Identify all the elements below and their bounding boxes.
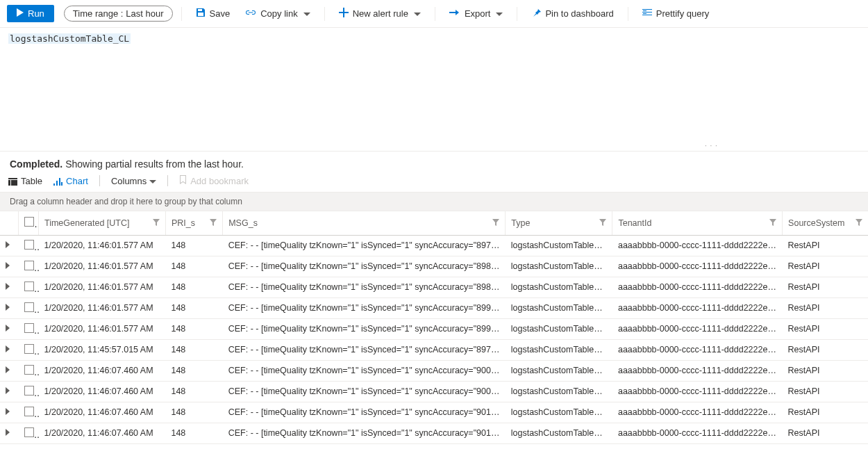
header-src-label: SourceSystem (788, 218, 844, 228)
tab-table-label: Table (21, 176, 42, 186)
tab-chart[interactable]: Chart (53, 176, 88, 186)
chevron-right-icon (6, 303, 10, 313)
status-completed: Completed. (10, 158, 62, 170)
chevron-right-icon (6, 407, 10, 417)
expand-cell[interactable] (0, 256, 19, 277)
timerange-button[interactable]: Time range : Last hour (64, 6, 173, 22)
row-checkbox[interactable] (24, 365, 34, 375)
header-expand (0, 211, 19, 235)
cell-tenant: aaaabbbb-0000-cccc-1111-dddd2222eeee (612, 423, 783, 443)
export-button[interactable]: Export (444, 5, 509, 22)
tab-table[interactable]: Table (8, 176, 42, 186)
checkbox-cell (19, 339, 39, 360)
table-row[interactable]: 1/20/2020, 11:46:01.577 AM148CEF: - - [t… (0, 318, 868, 339)
query-editor[interactable]: logstashCustomTable_CL · · · (0, 28, 868, 152)
header-time-label: TimeGenerated [UTC] (44, 218, 130, 228)
divider (181, 7, 182, 21)
expand-cell[interactable] (0, 339, 19, 360)
chevron-right-icon (6, 282, 10, 292)
row-checkbox[interactable] (24, 302, 34, 312)
table-row[interactable]: 1/20/2020, 11:46:07.460 AM148CEF: - - [t… (0, 381, 868, 402)
chevron-down-icon (149, 176, 156, 186)
filter-icon[interactable] (599, 218, 606, 228)
row-checkbox[interactable] (24, 240, 34, 250)
header-tenant[interactable]: TenantId (612, 211, 783, 235)
table-row[interactable]: 1/20/2020, 11:46:07.460 AM148CEF: - - [t… (0, 402, 868, 423)
chevron-right-icon (6, 240, 10, 250)
save-icon (196, 8, 206, 19)
cell-src: RestAPI (783, 360, 868, 381)
table-row[interactable]: 1/20/2020, 11:46:01.577 AM148CEF: - - [t… (0, 297, 868, 318)
columns-dropdown[interactable]: Columns (111, 176, 156, 186)
expand-cell[interactable] (0, 402, 19, 423)
filter-icon[interactable] (153, 218, 160, 228)
timerange-value: Last hour (126, 8, 163, 19)
row-checkbox[interactable] (24, 344, 34, 354)
table-row[interactable]: 1/20/2020, 11:46:01.577 AM148CEF: - - [t… (0, 256, 868, 277)
groupby-dropzone[interactable]: Drag a column header and drop it here to… (0, 193, 868, 211)
run-button[interactable]: Run (7, 5, 54, 22)
select-all-checkbox[interactable] (24, 217, 34, 227)
cell-src: RestAPI (783, 318, 868, 339)
add-bookmark-label: Add bookmark (190, 176, 249, 186)
expand-cell[interactable] (0, 297, 19, 318)
cell-time: 1/20/2020, 11:46:07.460 AM (39, 360, 166, 381)
chevron-right-icon (6, 428, 10, 438)
table-row[interactable]: 1/20/2020, 11:46:07.460 AM148CEF: - - [t… (0, 423, 868, 443)
filter-icon[interactable] (210, 218, 217, 228)
play-icon (17, 8, 24, 19)
divider (435, 7, 435, 21)
export-label: Export (465, 8, 491, 19)
expand-cell[interactable] (0, 360, 19, 381)
cell-tenant: aaaabbbb-0000-cccc-1111-dddd2222eeee (612, 360, 783, 381)
results-table: TimeGenerated [UTC] PRI_s MSG_s Type (0, 211, 868, 444)
filter-icon[interactable] (856, 218, 862, 228)
header-pri[interactable]: PRI_s (165, 211, 222, 235)
table-row[interactable]: 1/20/2020, 11:45:57.015 AM148CEF: - - [t… (0, 339, 868, 360)
checkbox-cell (19, 277, 39, 297)
tab-chart-label: Chart (66, 176, 88, 186)
cell-pri: 148 (165, 423, 222, 443)
cell-tenant: aaaabbbb-0000-cccc-1111-dddd2222eeee (612, 256, 783, 277)
row-checkbox[interactable] (24, 386, 34, 395)
new-alert-rule-button[interactable]: New alert rule (333, 5, 426, 22)
row-checkbox[interactable] (24, 427, 34, 437)
row-checkbox[interactable] (24, 323, 34, 333)
main-toolbar: Run Time range : Last hour Save Copy lin… (0, 0, 868, 28)
cell-time: 1/20/2020, 11:46:07.460 AM (39, 402, 166, 423)
checkbox-cell (19, 297, 39, 318)
expand-cell[interactable] (0, 381, 19, 402)
cell-type: logstashCustomTable_CL (506, 235, 612, 256)
row-checkbox[interactable] (24, 282, 34, 291)
filter-icon[interactable] (769, 218, 776, 228)
copy-link-button[interactable]: Copy link (240, 5, 315, 22)
splitter-handle[interactable]: · · · (705, 142, 718, 149)
chevron-right-icon (6, 261, 10, 271)
cell-tenant: aaaabbbb-0000-cccc-1111-dddd2222eeee (612, 402, 783, 423)
row-checkbox[interactable] (24, 407, 34, 416)
cell-msg: CEF: - - [timeQuality tzKnown="1" isSync… (223, 318, 506, 339)
pin-to-dashboard-button[interactable]: Pin to dashboard (526, 5, 619, 22)
cell-msg: CEF: - - [timeQuality tzKnown="1" isSync… (223, 339, 506, 360)
checkbox-cell (19, 402, 39, 423)
table-row[interactable]: 1/20/2020, 11:46:07.460 AM148CEF: - - [t… (0, 360, 868, 381)
prettify-query-button[interactable]: Prettify query (637, 6, 715, 22)
add-bookmark-button: Add bookmark (179, 175, 249, 186)
expand-cell[interactable] (0, 235, 19, 256)
save-button[interactable]: Save (190, 5, 236, 22)
filter-icon[interactable] (492, 218, 499, 228)
expand-cell[interactable] (0, 423, 19, 443)
cell-time: 1/20/2020, 11:46:01.577 AM (39, 297, 166, 318)
table-row[interactable]: 1/20/2020, 11:46:01.577 AM148CEF: - - [t… (0, 235, 868, 256)
header-msg[interactable]: MSG_s (223, 211, 506, 235)
header-time[interactable]: TimeGenerated [UTC] (39, 211, 166, 235)
cell-tenant: aaaabbbb-0000-cccc-1111-dddd2222eeee (612, 318, 783, 339)
table-row[interactable]: 1/20/2020, 11:46:01.577 AM148CEF: - - [t… (0, 277, 868, 297)
expand-cell[interactable] (0, 277, 19, 297)
header-src[interactable]: SourceSystem (783, 211, 868, 235)
cell-msg: CEF: - - [timeQuality tzKnown="1" isSync… (223, 423, 506, 443)
header-type[interactable]: Type (506, 211, 612, 235)
expand-cell[interactable] (0, 318, 19, 339)
row-checkbox[interactable] (24, 261, 34, 270)
chart-icon (53, 176, 62, 186)
